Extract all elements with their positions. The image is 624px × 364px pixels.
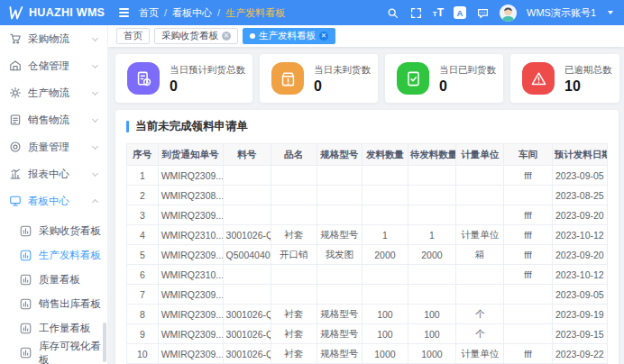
table-cell: 3001026-Q3... xyxy=(223,305,271,324)
sidebar-item-purchase-logistics[interactable]: 采购物流 xyxy=(0,25,107,52)
tab-home[interactable]: 首页 xyxy=(116,28,150,44)
breadcrumb: 首页 / 看板中心 / 生产发料看板 xyxy=(139,6,285,20)
table-cell xyxy=(456,186,504,205)
table-cell: WMIRQ2309... xyxy=(158,344,223,364)
table-cell: 开口销 xyxy=(271,245,317,265)
chevron-up-icon xyxy=(92,199,98,205)
fullscreen-icon[interactable] xyxy=(409,6,423,20)
tab-production-issue-board[interactable]: 生产发料看板 ✕ xyxy=(243,28,335,44)
sidebar-item-quality-management[interactable]: 质量管理 xyxy=(0,133,107,160)
column-header: 规格型号 xyxy=(317,144,362,166)
table-cell: 1 xyxy=(127,166,159,186)
table-cell: 2 xyxy=(127,186,159,205)
message-icon[interactable] xyxy=(476,6,490,20)
stat-label: 当日未到货数 xyxy=(314,64,371,77)
table-cell xyxy=(223,285,271,305)
table-cell: 我发图 xyxy=(317,245,362,265)
table-cell xyxy=(271,285,317,305)
table-cell: 2023-09-19 xyxy=(552,305,607,324)
tab-label: 生产发料看板 xyxy=(259,30,316,42)
table-cell: 计量单位 xyxy=(456,225,504,245)
sidebar-subitem-3[interactable]: 销售出库看板 xyxy=(0,292,107,316)
table-cell: 2023-09-05 xyxy=(552,285,607,305)
menu-collapse-icon[interactable] xyxy=(117,5,131,20)
table-cell: 10 xyxy=(127,344,159,364)
sidebar-item-kanban-center[interactable]: 看板中心 xyxy=(0,187,107,214)
top-header: HUAZHI WMS 首页 / 看板中心 / 生产发料看板 TT A WMS演示… xyxy=(0,0,624,25)
account-name[interactable]: WMS演示账号1 xyxy=(527,6,596,20)
sidebar-subitem-1[interactable]: 生产发料看板 xyxy=(0,243,107,268)
table-cell: 2023-10-12 xyxy=(552,225,607,245)
table-cell: WMIRQ2309... xyxy=(158,324,223,344)
stat-label: 当日已到货数 xyxy=(439,64,496,77)
sidebar-item-warehouse-management[interactable]: 仓储管理 xyxy=(0,52,107,79)
table-cell xyxy=(408,166,455,186)
table-cell: WMIRQ2308... xyxy=(158,186,223,205)
sidebar-subitem-label: 质量看板 xyxy=(39,273,80,287)
table-cell xyxy=(317,166,362,186)
title-accent-bar xyxy=(126,121,129,132)
table-cell xyxy=(504,305,552,324)
table-cell xyxy=(223,186,271,205)
sidebar-item-production-logistics[interactable]: 生产物流 xyxy=(0,79,107,106)
table-cell: 2023-09-15 xyxy=(552,324,607,344)
stat-value: 0 xyxy=(170,79,245,94)
table-cell xyxy=(504,285,552,305)
column-header: 到货通知单号 xyxy=(158,144,223,166)
table-cell: WMIRQ2310... xyxy=(158,265,223,285)
table-header: 序号到货通知单号料号品名规格型号发料数量待发料数量计量单位车间预计发料日期 xyxy=(127,144,608,166)
table-cell xyxy=(362,285,408,305)
table-cell: WMIRQ2310... xyxy=(158,225,223,245)
table-cell: WMIRQ2309... xyxy=(158,166,223,186)
sidebar-item-label: 报表中心 xyxy=(28,168,87,181)
main-content: 当日预计到货总数 0 当日未到货数 0 当日已到货数 0 xyxy=(108,47,624,364)
table-cell: 6 xyxy=(127,265,159,285)
font-size-icon[interactable]: TT xyxy=(433,7,444,18)
stat-card-arrived: 当日已到货数 0 xyxy=(385,54,503,103)
sidebar-scrollbar[interactable] xyxy=(103,323,106,362)
sidebar-subitem-label: 工作量看板 xyxy=(39,322,91,335)
breadcrumb-home[interactable]: 首页 xyxy=(139,6,159,20)
table-row: 1WMIRQ2309...fff2023-09-05 xyxy=(127,166,608,186)
table-cell: 3 xyxy=(127,205,159,225)
table-cell: fff xyxy=(504,166,552,186)
table-row: 5WMIRQ2309...Q5004040开口销我发图20002000箱fff2… xyxy=(127,245,608,265)
translate-icon[interactable]: A xyxy=(454,6,466,19)
table-cell: 8 xyxy=(127,305,159,324)
table-cell: 个 xyxy=(456,305,504,324)
breadcrumb-kanban-center[interactable]: 看板中心 xyxy=(172,6,212,20)
table-cell xyxy=(456,265,504,285)
close-icon[interactable]: ✕ xyxy=(222,32,231,41)
table-cell: fff xyxy=(504,205,552,225)
table-cell: 1 xyxy=(362,225,408,245)
table-cell: 100 xyxy=(362,324,408,344)
sidebar-subitem-label: 采购收货看板 xyxy=(39,224,101,238)
user-avatar[interactable] xyxy=(500,5,517,22)
sidebar-subitem-2[interactable]: 质量看板 xyxy=(0,268,107,292)
sales-icon xyxy=(9,114,22,126)
sidebar-subitem-0[interactable]: 采购收货看板 xyxy=(0,219,107,243)
stat-value: 0 xyxy=(439,79,496,94)
board-icon xyxy=(20,225,32,237)
search-icon[interactable] xyxy=(386,6,399,20)
table-cell: WMIRQ2309... xyxy=(158,245,223,265)
sidebar-subitem-5[interactable]: 库存可视化看板 xyxy=(0,341,107,364)
board-icon xyxy=(20,298,32,310)
table-cell: 规格型号 xyxy=(317,324,362,344)
sidebar-subitem-4[interactable]: 工作量看板 xyxy=(0,316,107,341)
chevron-down-icon xyxy=(92,88,98,95)
sidebar-item-sales-logistics[interactable]: 销售物流 xyxy=(0,106,107,133)
table-cell: WMIRQ2309... xyxy=(158,285,223,305)
kanban-submenu: 采购收货看板 生产发料看板 质量看板 销售出库看板 工作量看板 库存可视化看板 xyxy=(0,214,107,364)
table-cell: 2023-09-22 xyxy=(552,344,607,364)
account-dropdown-caret-icon[interactable] xyxy=(608,11,613,14)
sidebar-item-label: 销售物流 xyxy=(28,114,87,127)
chevron-down-icon xyxy=(92,34,98,41)
close-icon[interactable]: ✕ xyxy=(319,32,328,41)
tab-purchase-receipt-board[interactable]: 采购收货看板 ✕ xyxy=(154,28,238,44)
stat-card-expected-arrivals: 当日预计到货总数 0 xyxy=(115,54,252,103)
sidebar-item-report-center[interactable]: 报表中心 xyxy=(0,160,107,187)
table-cell: 衬套 xyxy=(271,324,317,344)
chevron-down-icon xyxy=(92,142,98,149)
table-cell: 2023-09-20 xyxy=(552,205,607,225)
